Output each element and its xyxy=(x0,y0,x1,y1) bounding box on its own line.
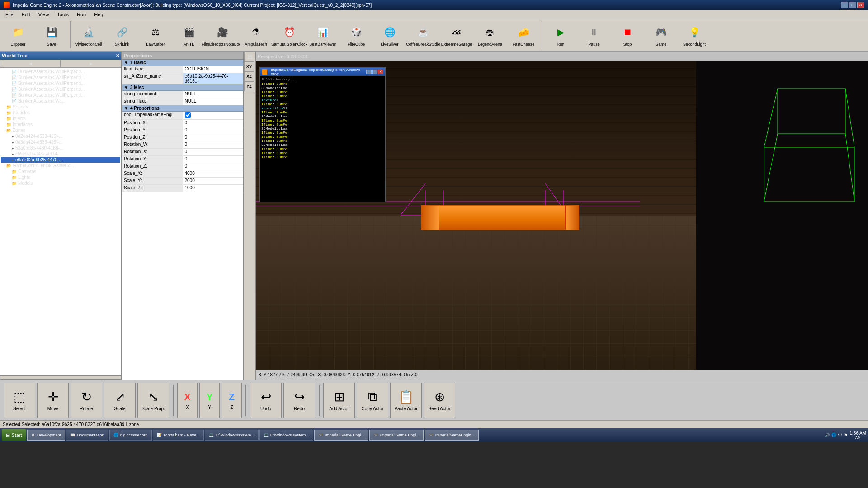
fastcheese-icon: 🧀 xyxy=(514,23,533,41)
tree-item-zones[interactable]: 📂 Zones xyxy=(1,127,120,133)
bottom-btn-scale[interactable]: ⤢ Scale xyxy=(104,383,136,418)
bottom-btn-add-actor[interactable]: ⊞ Add Actor xyxy=(323,383,355,418)
tree-item-interfaces[interactable]: 📁 Interfaces xyxy=(1,122,120,127)
start-button[interactable]: ⊞ Start xyxy=(2,429,26,441)
tree-nav-btn-left[interactable]: ◀ xyxy=(0,60,61,67)
toolbar-btn-livesilver[interactable]: 🌐 LiveSilver xyxy=(373,20,406,49)
tree-item-2[interactable]: 📄 Bunker.Assets.ipk.WallPerpend... xyxy=(1,80,120,86)
toolbar-btn-save[interactable]: 💾 Save xyxy=(35,20,68,49)
samurai-icon: ⏰ xyxy=(280,23,298,41)
toolbar-btn-samurai[interactable]: ⏰ SamuraiGolenClock xyxy=(273,20,306,49)
tree-item-zone-2[interactable]: ▸ 53a0bc8c-4480-4188-... xyxy=(1,145,120,151)
toolbar-btn-lawmaker[interactable]: ⚖ LawMaker xyxy=(139,20,172,49)
toolbar-btn-skrilink[interactable]: 🔗 SkriLink xyxy=(106,20,138,49)
tree-folder-icon-interfaces: 📁 xyxy=(6,122,11,127)
tree-item-particles[interactable]: 📁 Particles xyxy=(1,110,120,116)
taskbar-btn-windows1[interactable]: 💻 E:\Windows\system... xyxy=(205,430,259,441)
bottom-btn-undo[interactable]: ↩ Undo xyxy=(250,383,282,418)
taskbar-imperial2-icon: 🎮 xyxy=(373,433,378,437)
tree-item-models[interactable]: 📁 Models xyxy=(1,180,120,186)
toolbar-btn-legend[interactable]: 🏟 LegendArena xyxy=(474,20,506,49)
world-tree-scrollbar[interactable] xyxy=(0,375,121,380)
tree-item-sounds[interactable]: 📁 Sounds xyxy=(1,104,120,110)
toolbar-btn-ampula[interactable]: ⚗ AmpulaTech xyxy=(240,20,272,49)
menu-item-tools[interactable]: Tools xyxy=(53,11,72,18)
toolbar-btn-extreeme[interactable]: 🏎 ExtreemeGarage xyxy=(440,20,473,49)
taskbar-btn-development[interactable]: 🖥 Development xyxy=(27,430,65,441)
toolbar-btn-run[interactable]: ▶ Run xyxy=(544,20,577,49)
tree-item-cameras[interactable]: 📁 Cameras xyxy=(1,169,120,174)
taskbar-btn-windows2[interactable]: 💻 E:\Windows\system... xyxy=(259,430,313,441)
bottom-btn-redo[interactable]: ↪ Redo xyxy=(283,383,315,418)
tree-item-zone-1[interactable]: ▸ 0d3da424-d533-425f-... xyxy=(1,139,120,145)
toolbar-btn-coffeebreak[interactable]: ☕ CoffeeBreakStudio xyxy=(407,20,439,49)
bottom-btn-x[interactable]: X X xyxy=(177,383,198,418)
tree-item-5[interactable]: 📄 Bunker.Assets.ipk.Wa... xyxy=(1,98,120,104)
world-tree-close-button[interactable]: ✕ xyxy=(116,53,119,58)
svg-rect-1 xyxy=(764,147,854,202)
toolbar-btn-flitecube[interactable]: 🎲 FliteCube xyxy=(340,20,373,49)
taskbar-btn-imperial1[interactable]: 🎮 Imperial Game Engi... xyxy=(314,430,368,441)
inner-maximize[interactable]: □ xyxy=(372,70,377,74)
toolbar-btn-stop[interactable]: ⏹ Stop xyxy=(611,20,644,49)
view-btn-yz[interactable]: YZ xyxy=(244,81,254,91)
scale-icon: ⤢ xyxy=(115,389,125,404)
close-button[interactable]: ✕ xyxy=(857,2,864,8)
toolbar-btn-exposer[interactable]: 📁 Exposer xyxy=(2,20,34,49)
toolbar-btn-game[interactable]: 🎮 Game xyxy=(645,20,677,49)
tree-item-1[interactable]: 📄 Bunker.Assets.ipk.WallPerpend... xyxy=(1,75,120,80)
main-toolbar: 📁 Exposer 💾 Save 🔬 VivisectionCell 🔗 Skr… xyxy=(0,19,868,52)
taskbar-btn-scottalham[interactable]: 📝 scottalham - Neve... xyxy=(153,430,204,441)
inner-close[interactable]: ✕ xyxy=(378,70,383,74)
bottom-btn-scale-prop[interactable]: ⤡ Scale Prop. xyxy=(137,383,169,418)
tree-zone-icon-3: ▸ xyxy=(12,152,14,156)
menu-item-edit[interactable]: Edit xyxy=(18,11,34,18)
tree-item-3[interactable]: 📄 Bunker.Assets.ipk.WallPerpend... xyxy=(1,86,120,92)
tree-item-0[interactable]: 📄 Bunker.Assets.ipk.WallPerpend... xyxy=(1,69,120,75)
bottom-btn-y[interactable]: Y Y xyxy=(199,383,220,418)
taskbar-btn-digccmster[interactable]: 🌐 dig.ccmster.org xyxy=(109,430,152,441)
taskbar-btn-imperial2[interactable]: 🎮 Imperial Game Engi... xyxy=(369,430,424,441)
tree-item-zone-4-selected[interactable]: ▸ e6a10f2a-9b25-4470-... xyxy=(1,157,120,163)
bottom-btn-select[interactable]: ⬚ Select xyxy=(4,383,35,418)
bottom-btn-move[interactable]: ✛ Move xyxy=(37,383,69,418)
toolbar-btn-filmdirectors[interactable]: 🎥 FilmDirectorsNoteBook xyxy=(206,20,239,49)
tree-nav-btn-right[interactable]: ▶ xyxy=(61,60,121,67)
imperial-game-checkbox[interactable] xyxy=(185,112,191,118)
maximize-button[interactable]: □ xyxy=(849,2,856,8)
view-zoom-btn[interactable]: ⊞ xyxy=(244,52,255,61)
toolbar-btn-pause[interactable]: ⏸ Pause xyxy=(578,20,610,49)
viewport-main[interactable]: ImperialGameEngine2- ImperialGame[Nexter… xyxy=(256,61,868,370)
tree-item-zone-3[interactable]: ▸ cb9ef41a-048a-4914-... xyxy=(1,151,120,157)
tree-item-gamecontroller[interactable]: 📂 GameController.ipk.GameCc... xyxy=(1,163,120,169)
view-btn-xy[interactable]: XY xyxy=(244,61,254,71)
tree-item-zone-0[interactable]: ▸ 0d2da424-d533-425f-... xyxy=(1,133,120,139)
properties-content: ▼ 1 Basic float_type: COLLISION str_AnZo… xyxy=(122,60,243,380)
taskbar-documentation-icon: 📖 xyxy=(70,433,75,437)
tree-item-lights[interactable]: 📁 Lights xyxy=(1,174,120,180)
window-controls: _ □ ✕ xyxy=(841,2,864,8)
bottom-btn-rotate[interactable]: ↻ Rotate xyxy=(71,383,102,418)
taskbar-digccmster-icon: 🌐 xyxy=(113,433,118,437)
bottom-btn-paste-actor[interactable]: 📋 Paste Actor xyxy=(390,383,422,418)
toolbar-btn-secondlight[interactable]: 💡 SecondLight xyxy=(678,20,711,49)
menu-item-help[interactable]: Help xyxy=(90,11,108,18)
bottom-btn-seed-actor[interactable]: ⊛ Seed Actor xyxy=(424,383,455,418)
toolbar-btn-fastcheese[interactable]: 🧀 FastCheese xyxy=(507,20,540,49)
taskbar-btn-documentation[interactable]: 📖 Documentation xyxy=(66,430,108,441)
toolbar-btn-vivisection[interactable]: 🔬 VivisectionCell xyxy=(72,20,105,49)
bottom-btn-z[interactable]: Z Z xyxy=(222,383,242,418)
taskbar-btn-imperial3[interactable]: 🎮 ImperialGameEngin... xyxy=(425,430,479,441)
tree-item-4[interactable]: 📄 Bunker.Assets.ipk.WallPerpend... xyxy=(1,92,120,98)
view-btn-xz[interactable]: XZ xyxy=(244,71,254,81)
bottom-btn-copy-actor[interactable]: ⧉ Copy Actor xyxy=(357,383,388,418)
minimize-button[interactable]: _ xyxy=(841,2,848,8)
taskbar-time: 1:56 AM AM xyxy=(849,431,866,440)
toolbar-btn-anite[interactable]: 🎬 AniTE xyxy=(173,20,205,49)
menu-item-run[interactable]: Run xyxy=(73,11,90,18)
toolbar-btn-bestbar[interactable]: 📊 BestBarViewer xyxy=(307,20,339,49)
menu-item-file[interactable]: File xyxy=(2,11,17,18)
inner-minimize[interactable]: _ xyxy=(366,70,372,74)
tree-item-injects[interactable]: 📁 Injects xyxy=(1,116,120,122)
menu-item-view[interactable]: View xyxy=(35,11,53,18)
